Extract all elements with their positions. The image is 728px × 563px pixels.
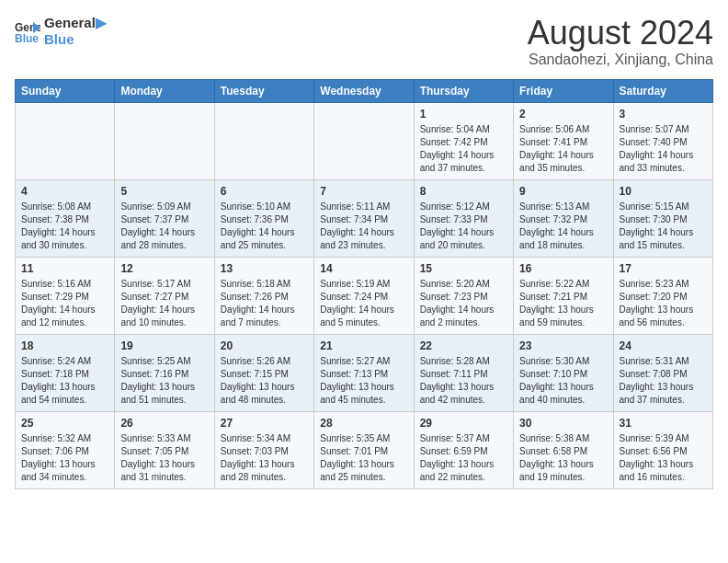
day-info: Sunrise: 5:07 AM Sunset: 7:40 PM Dayligh… [620,123,707,175]
day-number: 22 [420,339,507,352]
calendar-cell [314,102,414,179]
header-sunday: Sunday [16,79,115,102]
logo: General Blue General▶ Blue [15,15,107,48]
day-number: 1 [420,108,507,121]
calendar-header-row: Sunday Monday Tuesday Wednesday Thursday… [16,79,713,102]
day-info: Sunrise: 5:30 AM Sunset: 7:10 PM Dayligh… [519,355,607,407]
day-number: 11 [21,262,108,275]
calendar-cell: 31Sunrise: 5:39 AM Sunset: 6:56 PM Dayli… [613,411,712,488]
svg-text:Blue: Blue [15,32,39,44]
day-number: 4 [21,185,108,198]
header-saturday: Saturday [613,79,712,102]
day-number: 23 [519,339,607,352]
calendar-cell: 28Sunrise: 5:35 AM Sunset: 7:01 PM Dayli… [314,411,414,488]
calendar-cell: 25Sunrise: 5:32 AM Sunset: 7:06 PM Dayli… [16,411,115,488]
day-number: 18 [21,339,108,352]
day-number: 30 [519,417,607,430]
day-info: Sunrise: 5:28 AM Sunset: 7:11 PM Dayligh… [420,355,507,407]
day-info: Sunrise: 5:04 AM Sunset: 7:42 PM Dayligh… [420,123,507,175]
day-info: Sunrise: 5:19 AM Sunset: 7:24 PM Dayligh… [320,278,407,329]
day-info: Sunrise: 5:23 AM Sunset: 7:20 PM Dayligh… [620,278,707,329]
calendar-cell: 4Sunrise: 5:08 AM Sunset: 7:38 PM Daylig… [16,179,115,257]
day-info: Sunrise: 5:26 AM Sunset: 7:15 PM Dayligh… [221,355,308,407]
calendar-cell: 3Sunrise: 5:07 AM Sunset: 7:40 PM Daylig… [613,102,712,179]
calendar-cell: 20Sunrise: 5:26 AM Sunset: 7:15 PM Dayli… [214,334,313,411]
calendar-cell: 7Sunrise: 5:11 AM Sunset: 7:34 PM Daylig… [314,179,414,257]
day-number: 8 [420,185,507,198]
calendar-cell: 18Sunrise: 5:24 AM Sunset: 7:18 PM Dayli… [16,334,115,411]
day-info: Sunrise: 5:33 AM Sunset: 7:05 PM Dayligh… [120,432,208,484]
day-info: Sunrise: 5:16 AM Sunset: 7:29 PM Dayligh… [21,278,108,329]
day-number: 9 [519,185,607,198]
day-info: Sunrise: 5:10 AM Sunset: 7:36 PM Dayligh… [221,201,308,252]
day-number: 20 [221,339,308,352]
calendar-cell: 17Sunrise: 5:23 AM Sunset: 7:20 PM Dayli… [613,257,712,334]
calendar-cell: 10Sunrise: 5:15 AM Sunset: 7:30 PM Dayli… [613,179,712,257]
day-info: Sunrise: 5:11 AM Sunset: 7:34 PM Dayligh… [320,201,407,252]
calendar-cell: 12Sunrise: 5:17 AM Sunset: 7:27 PM Dayli… [115,257,214,334]
day-number: 29 [420,417,507,430]
calendar-cell: 26Sunrise: 5:33 AM Sunset: 7:05 PM Dayli… [115,411,214,488]
day-number: 13 [221,262,308,275]
day-number: 6 [221,185,308,198]
day-number: 31 [620,417,707,430]
logo-line1: General▶ [44,15,107,31]
calendar-cell: 13Sunrise: 5:18 AM Sunset: 7:26 PM Dayli… [214,257,313,334]
calendar-cell: 19Sunrise: 5:25 AM Sunset: 7:16 PM Dayli… [115,334,214,411]
calendar-week-row-5: 25Sunrise: 5:32 AM Sunset: 7:06 PM Dayli… [16,411,713,488]
calendar-cell: 11Sunrise: 5:16 AM Sunset: 7:29 PM Dayli… [16,257,115,334]
calendar-cell: 1Sunrise: 5:04 AM Sunset: 7:42 PM Daylig… [414,102,513,179]
calendar-week-row-1: 1Sunrise: 5:04 AM Sunset: 7:42 PM Daylig… [16,102,713,179]
day-info: Sunrise: 5:17 AM Sunset: 7:27 PM Dayligh… [120,278,208,329]
day-info: Sunrise: 5:09 AM Sunset: 7:37 PM Dayligh… [120,201,208,252]
day-info: Sunrise: 5:39 AM Sunset: 6:56 PM Dayligh… [620,432,707,484]
day-number: 28 [320,417,407,430]
calendar-table: Sunday Monday Tuesday Wednesday Thursday… [15,79,713,489]
logo-line2: Blue [44,31,107,48]
day-info: Sunrise: 5:22 AM Sunset: 7:21 PM Dayligh… [519,278,607,329]
header-monday: Monday [115,79,214,102]
calendar-week-row-4: 18Sunrise: 5:24 AM Sunset: 7:18 PM Dayli… [16,334,713,411]
calendar-cell: 6Sunrise: 5:10 AM Sunset: 7:36 PM Daylig… [214,179,313,257]
day-number: 5 [120,185,208,198]
calendar-cell: 27Sunrise: 5:34 AM Sunset: 7:03 PM Dayli… [214,411,313,488]
day-info: Sunrise: 5:25 AM Sunset: 7:16 PM Dayligh… [120,355,208,407]
day-number: 25 [21,417,108,430]
day-info: Sunrise: 5:31 AM Sunset: 7:08 PM Dayligh… [620,355,707,407]
day-info: Sunrise: 5:18 AM Sunset: 7:26 PM Dayligh… [221,278,308,329]
day-number: 16 [519,262,607,275]
title-block: August 2024 Sandaohezi, Xinjiang, China [528,15,713,68]
day-info: Sunrise: 5:37 AM Sunset: 6:59 PM Dayligh… [420,432,507,484]
header-wednesday: Wednesday [314,79,414,102]
calendar-cell: 5Sunrise: 5:09 AM Sunset: 7:37 PM Daylig… [115,179,214,257]
header-friday: Friday [514,79,613,102]
month-title: August 2024 [528,15,713,52]
calendar-cell: 9Sunrise: 5:13 AM Sunset: 7:32 PM Daylig… [514,179,613,257]
day-number: 10 [620,185,707,198]
calendar-week-row-2: 4Sunrise: 5:08 AM Sunset: 7:38 PM Daylig… [16,179,713,257]
day-info: Sunrise: 5:32 AM Sunset: 7:06 PM Dayligh… [21,432,108,484]
day-number: 3 [620,108,707,121]
header-tuesday: Tuesday [214,79,313,102]
calendar-cell: 29Sunrise: 5:37 AM Sunset: 6:59 PM Dayli… [414,411,513,488]
calendar-cell [16,102,115,179]
day-number: 7 [320,185,407,198]
calendar-week-row-3: 11Sunrise: 5:16 AM Sunset: 7:29 PM Dayli… [16,257,713,334]
day-number: 2 [519,108,607,121]
day-info: Sunrise: 5:08 AM Sunset: 7:38 PM Dayligh… [21,201,108,252]
calendar-cell [115,102,214,179]
day-number: 26 [120,417,208,430]
day-number: 19 [120,339,208,352]
day-info: Sunrise: 5:06 AM Sunset: 7:41 PM Dayligh… [519,123,607,175]
day-info: Sunrise: 5:15 AM Sunset: 7:30 PM Dayligh… [620,201,707,252]
calendar-cell: 16Sunrise: 5:22 AM Sunset: 7:21 PM Dayli… [514,257,613,334]
calendar-cell: 2Sunrise: 5:06 AM Sunset: 7:41 PM Daylig… [514,102,613,179]
day-info: Sunrise: 5:12 AM Sunset: 7:33 PM Dayligh… [420,201,507,252]
page-header: General Blue General▶ Blue August 2024 S… [15,15,713,68]
day-info: Sunrise: 5:24 AM Sunset: 7:18 PM Dayligh… [21,355,108,407]
calendar-cell: 30Sunrise: 5:38 AM Sunset: 6:58 PM Dayli… [514,411,613,488]
day-info: Sunrise: 5:20 AM Sunset: 7:23 PM Dayligh… [420,278,507,329]
calendar-cell: 8Sunrise: 5:12 AM Sunset: 7:33 PM Daylig… [414,179,513,257]
calendar-cell: 21Sunrise: 5:27 AM Sunset: 7:13 PM Dayli… [314,334,414,411]
day-info: Sunrise: 5:35 AM Sunset: 7:01 PM Dayligh… [320,432,407,484]
